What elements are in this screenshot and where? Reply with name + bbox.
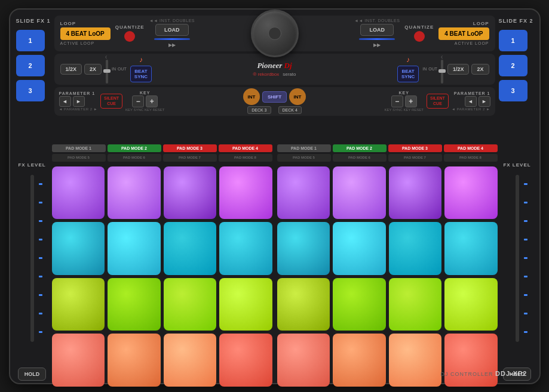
right-pad-mode-7[interactable]: PAD MODE 7 [388, 154, 442, 162]
left-pad-mode-7[interactable]: PAD MODE 7 [163, 154, 217, 162]
pad-r-1-2[interactable] [333, 166, 386, 220]
pad-l-1-3[interactable] [164, 166, 217, 220]
right-silent-cue-btn[interactable]: SILENT CUE [427, 94, 449, 109]
right-half-x-btn[interactable]: 1/2X [447, 64, 470, 75]
left-two-x-btn[interactable]: 2X [84, 64, 102, 75]
right-pad-mode-4[interactable]: PAD MODE 4 [444, 144, 498, 153]
right-pad-mode-3[interactable]: PAD MODE 3 [388, 144, 442, 153]
pad-r-3-3[interactable] [389, 278, 442, 331]
left-pad-mode-3[interactable]: PAD MODE 3 [163, 144, 217, 153]
left-pad-submode-row: PAD MODE 5 PAD MODE 6 PAD MODE 7 PAD MOD… [52, 154, 272, 162]
left-silent-cue-btn[interactable]: SILENT CUE [100, 94, 122, 109]
deck3-btn[interactable]: DECK 3 [247, 106, 271, 114]
left-beat-sync-btn[interactable]: BEAT SYNC [130, 66, 152, 82]
pad-l-1-2[interactable] [108, 166, 161, 220]
left-pad-mode-8[interactable]: PAD MODE 8 [219, 154, 272, 162]
left-quantize-label: QUANTIZE [115, 24, 145, 30]
right-pad-mode-2[interactable]: PAD MODE 2 [333, 144, 387, 153]
pad-l-4-4[interactable] [219, 334, 272, 387]
pad-l-1-4[interactable] [219, 166, 272, 220]
row3-center: INT SHIFT INT DECK 3 DECK 4 [227, 88, 323, 114]
right-key-minus-btn[interactable]: − [391, 95, 403, 107]
left-key-label: KEY [140, 91, 150, 95]
pad-r-2-4[interactable] [444, 222, 498, 275]
rekordbox-label: ® rekordbox [253, 72, 280, 77]
deck4-btn[interactable]: DECK 4 [278, 106, 302, 114]
left-fx-slider[interactable] [30, 175, 34, 342]
left-pad-mode-5[interactable]: PAD MODE 5 [52, 154, 106, 162]
pad-r-3-4[interactable] [444, 278, 498, 331]
right-in-out: IN OUT [422, 67, 437, 71]
right-half-two-x: 1/2X 2X [447, 64, 489, 75]
pad-l-2-3[interactable] [164, 222, 217, 275]
left-btn-1[interactable]: 1 [16, 30, 45, 51]
pad-r-4-2[interactable] [333, 334, 386, 387]
left-hold-btn[interactable]: HOLD [18, 368, 47, 381]
right-fx-slider[interactable] [516, 175, 519, 342]
jog-wheel[interactable] [251, 10, 299, 57]
pad-l-1-1[interactable] [52, 166, 105, 220]
pad-l-3-1[interactable] [52, 278, 105, 331]
left-btn-2[interactable]: 2 [16, 55, 45, 76]
pad-r-4-1[interactable] [277, 334, 330, 387]
left-param-left-btn[interactable]: ◄ [59, 96, 71, 107]
pad-r-2-3[interactable] [389, 222, 442, 275]
right-pad-mode-6[interactable]: PAD MODE 6 [333, 154, 387, 162]
left-load-btn[interactable]: LOAD [155, 24, 189, 36]
left-half-x-btn[interactable]: 1/2X [60, 64, 82, 75]
right-tempo-slider[interactable] [441, 60, 443, 84]
pioneer-logo-block: Pioneer Dj ® rekordbox serato [248, 61, 302, 77]
right-btn-1[interactable]: 1 [499, 30, 527, 51]
left-key-plus-btn[interactable]: + [146, 95, 158, 107]
pad-r-2-2[interactable] [333, 222, 386, 275]
right-param-right-btn[interactable]: ► [479, 96, 490, 107]
left-pad-mode-4[interactable]: PAD MODE 4 [219, 144, 272, 153]
left-pad-mode-1[interactable]: PAD MODE 1 [52, 144, 106, 153]
left-pad-mode-2[interactable]: PAD MODE 2 [108, 144, 161, 153]
int-btn-right[interactable]: INT [289, 88, 306, 105]
left-key-minus-btn[interactable]: − [132, 95, 144, 107]
left-pad-mode-6[interactable]: PAD MODE 6 [108, 154, 161, 162]
left-btn-3[interactable]: 3 [16, 80, 45, 101]
right-btn-3[interactable]: 3 [499, 80, 527, 101]
pad-r-3-2[interactable] [333, 278, 386, 331]
left-beat-loop-btn[interactable]: 4 BEAT LoOP [60, 27, 111, 40]
right-beat-loop-btn[interactable]: 4 BEAT LoOP [438, 27, 489, 40]
right-quantize-btn[interactable] [414, 31, 425, 42]
right-btn-2[interactable]: 2 [499, 55, 527, 76]
shift-btn[interactable]: SHIFT [262, 91, 287, 103]
pad-l-2-1[interactable] [52, 222, 105, 275]
pad-r-1-4[interactable] [444, 166, 498, 220]
right-param-left-btn[interactable]: ◄ [465, 96, 477, 107]
int-btn-left[interactable]: INT [243, 88, 260, 105]
pad-l-4-1[interactable] [52, 334, 105, 387]
pad-l-2-4[interactable] [219, 222, 272, 275]
left-param-right-btn[interactable]: ► [73, 96, 85, 107]
pad-l-4-3[interactable] [164, 334, 217, 387]
left-deck-row3: PARAMETER 1 ◄ ► ◄ PARAMETER 2 ► SILENT C… [59, 91, 223, 112]
right-load-btn[interactable]: LOAD [360, 24, 394, 36]
right-key-plus-btn[interactable]: + [405, 95, 417, 107]
right-pad-mode-8[interactable]: PAD MODE 8 [444, 154, 498, 162]
pad-l-3-3[interactable] [164, 278, 217, 331]
right-pad-mode-5[interactable]: PAD MODE 5 [277, 154, 331, 162]
pad-r-3-1[interactable] [277, 278, 330, 331]
pad-l-2-2[interactable] [108, 222, 161, 275]
pad-r-4-4[interactable] [444, 334, 498, 387]
right-fx-level: FX LEVEL HOLD [501, 144, 533, 383]
pad-r-2-1[interactable] [277, 222, 330, 275]
pad-r-4-3[interactable] [389, 334, 442, 387]
right-beat-sync-btn[interactable]: BEAT SYNC [397, 66, 419, 82]
pad-l-3-4[interactable] [219, 278, 272, 331]
pioneer-text: Pioneer [257, 61, 282, 70]
controls-row1: LOOP 4 BEAT LoOP ACTIVE LOOP QUANTIZE ◄◄… [54, 16, 495, 51]
right-pad-mode-1[interactable]: PAD MODE 1 [277, 144, 331, 153]
pad-r-1-1[interactable] [277, 166, 330, 220]
left-tempo-slider[interactable] [106, 60, 108, 84]
right-pad-grid [277, 166, 498, 387]
pad-l-4-2[interactable] [108, 334, 161, 387]
left-quantize-btn[interactable] [124, 31, 135, 42]
right-two-x-btn[interactable]: 2X [471, 64, 489, 75]
pad-r-1-3[interactable] [389, 166, 442, 220]
pad-l-3-2[interactable] [108, 278, 161, 331]
